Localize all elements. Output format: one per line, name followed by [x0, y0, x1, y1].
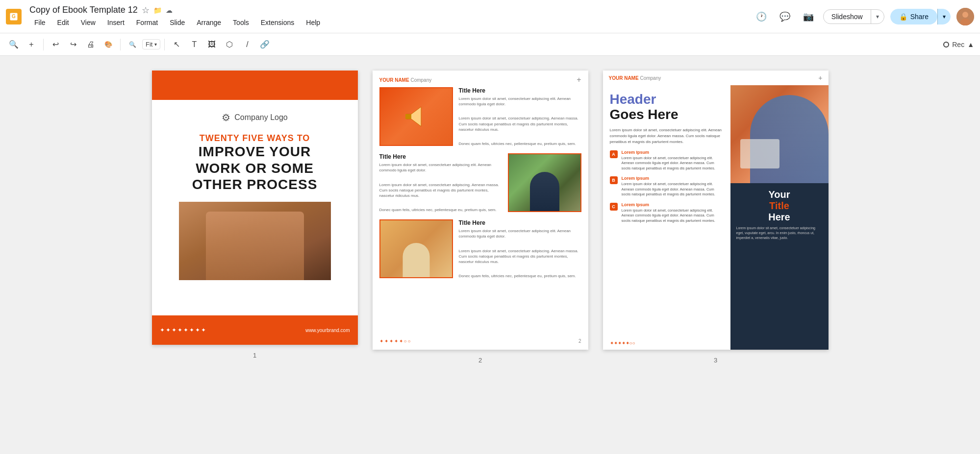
text-tool[interactable]: T [186, 37, 202, 52]
slide-1[interactable]: ⚙ Company Logo TWENTY FIVE WAYS TO IMPRO… [152, 71, 358, 345]
slide-2-title-2: Title Here [379, 153, 502, 160]
slide-3-list-b-text: Lorem ipsum dolor sit amet, consectetuer… [622, 182, 724, 197]
slide-3-brand-orange: YOUR NAME [609, 75, 639, 81]
menu-help[interactable]: Help [301, 17, 325, 28]
slide-2-row-1: Title Here Lorem ipsum dolor sit amet, c… [379, 87, 581, 146]
right-title-title: Title [736, 200, 823, 212]
slide-3-list-a: A Lorem Ipsum Lorem ipsum dolor sit amet… [610, 150, 724, 171]
right-title-here: Here [736, 212, 823, 223]
slide-3-list-a-text: Lorem ipsum dolor sit amet, consectetuer… [622, 156, 724, 171]
slide-2-plus[interactable]: + [577, 75, 581, 84]
comment-icon[interactable]: 💬 [776, 8, 794, 25]
svg-rect-6 [405, 114, 411, 119]
slide-3-list-a-content: Lorem Ipsum Lorem ipsum dolor sit amet, … [622, 150, 724, 171]
slide-2-brand-orange: YOUR NAME [379, 77, 409, 83]
print-tool[interactable]: 🖨 [83, 37, 99, 52]
menu-tools[interactable]: Tools [228, 17, 254, 28]
slide-2-extra-2: Donec quam felis, ultricies nec, pellent… [379, 207, 502, 213]
slide-1-black-text-2: WORK OR SOME [162, 160, 348, 177]
slide-2-title-1: Title Here [459, 87, 581, 94]
rec-chevron: ▲ [967, 41, 974, 48]
slide-3-header-word: Header [610, 92, 656, 107]
slide-2-text-2: Title Here Lorem ipsum dolor sit amet, c… [379, 153, 502, 213]
cursor-tool[interactable]: ↖ [169, 37, 184, 52]
menu-insert[interactable]: Insert [102, 17, 129, 28]
paint-format-tool[interactable]: 🎨 [101, 37, 116, 52]
app-logo: G [6, 9, 22, 24]
slide-1-dots: ✦✦✦✦✦✦✦✦ [160, 327, 207, 334]
link-tool[interactable]: 🔗 [257, 37, 273, 52]
menu-slide[interactable]: Slide [165, 17, 190, 28]
slide-3-list-b-content: Lorem Ipsum Lorem ipsum dolor sit amet, … [622, 176, 724, 197]
doc-title-row: Copy of Ebook Template 12 ☆ 📁 ☁ [29, 5, 325, 16]
slide-2-dots: ✦✦✦✦✦○○ [379, 338, 412, 344]
slide-2-extra-1: Donec quam felis, ultricies nec, pellent… [459, 141, 581, 146]
slide-2-brand-gray: Company [410, 77, 431, 83]
zoom-chevron: ▾ [154, 42, 157, 47]
shape-tool[interactable]: ⬡ [222, 37, 237, 52]
slideshow-button[interactable]: Slideshow ▾ [823, 9, 884, 24]
image-tool[interactable]: 🖼 [204, 37, 220, 52]
share-group: 🔒 Share ▾ [890, 9, 951, 24]
zoom-percent-tool[interactable]: 🔍 [125, 37, 140, 52]
slide-1-black-text-3: OTHER PROCESS [162, 176, 348, 193]
slide-2-body-1b: Lorem ipsum dolor sit amet, consectetuer… [459, 116, 581, 132]
search-tool[interactable]: 🔍 [6, 37, 22, 52]
menu-format[interactable]: Format [131, 17, 163, 28]
history-icon[interactable]: 🕐 [753, 8, 770, 25]
menu-file[interactable]: File [29, 17, 50, 28]
slide-2-img-1 [379, 87, 453, 146]
slide-1-number: 1 [253, 352, 256, 359]
camera-icon[interactable]: 📷 [800, 8, 817, 25]
slide-3-columns: Header Goes Here Lorem ipsum dolor sit a… [603, 85, 829, 350]
slide-3-desc: Lorem ipsum dolor sit amet, consectetuer… [610, 127, 724, 145]
slide-3-number: 3 [714, 357, 717, 364]
menu-edit[interactable]: Edit [52, 17, 74, 28]
zoom-in-tool[interactable]: + [24, 37, 39, 52]
menu-arrange[interactable]: Arrange [192, 17, 226, 28]
slide-1-orange-text: TWENTY FIVE WAYS TO [162, 133, 348, 143]
slide-3-goes: Goes [610, 107, 648, 122]
slide-1-black-text-1: IMPROVE YOUR [162, 143, 348, 160]
slide-3-list-c-content: Lorem Ipsum Lorem ipsum dolor sit amet, … [622, 202, 724, 224]
share-dropdown[interactable]: ▾ [937, 9, 951, 24]
cloud-icon: ☁ [166, 6, 173, 14]
line-tool[interactable]: / [239, 37, 255, 52]
slide-1-wrapper: ⚙ Company Logo TWENTY FIVE WAYS TO IMPRO… [152, 71, 358, 359]
menu-bar: File Edit View Insert Format Slide Arran… [29, 17, 325, 28]
slide-1-top-bar [152, 71, 358, 100]
slide-3-list-a-title: Lorem Ipsum [622, 150, 724, 155]
slide-2-title-3: Title Here [459, 219, 581, 226]
slide-2-number: 2 [478, 357, 482, 364]
slide-3-topbar: YOUR NAME Company + [603, 71, 829, 85]
right-desc: Lorem ipsum dolor sit amet, consectetuer… [736, 226, 823, 240]
slide-2-content: Title Here Lorem ipsum dolor sit amet, c… [373, 87, 588, 279]
slideshow-dropdown-arrow[interactable]: ▾ [871, 10, 884, 23]
slide-3-list-b-title: Lorem Ipsum [622, 176, 724, 181]
top-bar: G Copy of Ebook Template 12 ☆ 📁 ☁ File E… [0, 0, 980, 33]
slide-3-brand-gray: Company [640, 75, 661, 81]
share-button[interactable]: 🔒 Share [890, 9, 937, 24]
user-avatar[interactable] [956, 8, 974, 25]
slide-2[interactable]: YOUR NAME Company + [373, 71, 588, 350]
star-icon[interactable]: ☆ [142, 5, 150, 16]
slide-2-body-2a: Lorem ipsum dolor sit amet, consectetuer… [379, 162, 502, 173]
menu-view[interactable]: View [76, 17, 101, 28]
slide-2-header: YOUR NAME Company + [373, 71, 588, 87]
slide-3-plus[interactable]: + [818, 74, 822, 82]
slideshow-label: Slideshow [824, 10, 871, 24]
slide-3-wrapper: YOUR NAME Company + Header Goes Here Lor… [603, 71, 829, 364]
menu-extensions[interactable]: Extensions [256, 17, 299, 28]
undo-tool[interactable]: ↩ [48, 37, 63, 52]
slide-2-footer: ✦✦✦✦✦○○ 2 [373, 335, 588, 347]
slide-3[interactable]: YOUR NAME Company + Header Goes Here Lor… [603, 71, 829, 350]
redo-tool[interactable]: ↪ [65, 37, 81, 52]
megaphone-bg [380, 88, 452, 145]
separator-3 [164, 39, 165, 50]
zoom-select[interactable]: Fit ▾ [142, 39, 160, 49]
slide-1-image [179, 202, 331, 280]
rec-button[interactable]: Rec ▲ [943, 41, 974, 48]
slide-2-body-2b: Lorem ipsum dolor sit amet, consectetuer… [379, 182, 502, 199]
slide-3-dots: ✦✦✦✦✦○○ [610, 340, 635, 346]
megaphone-icon [402, 102, 431, 131]
